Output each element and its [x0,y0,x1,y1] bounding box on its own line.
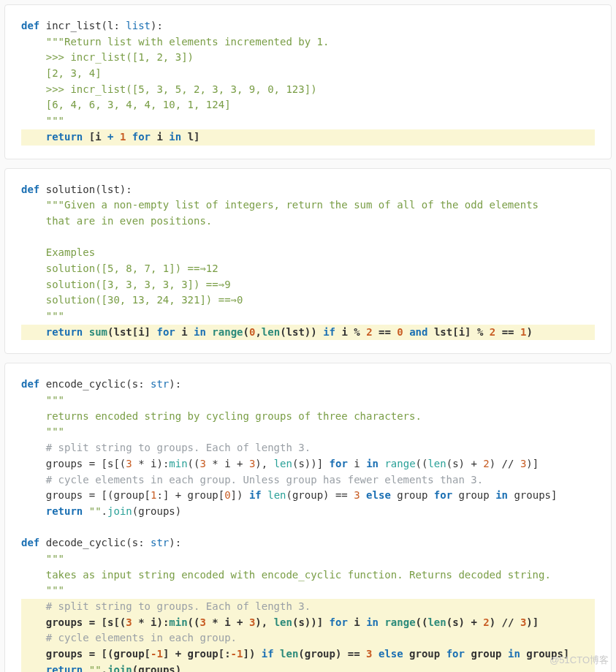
token-k: in [495,489,508,501]
token-n: ]) [243,648,261,660]
token-k: for [446,648,465,660]
token-bi: range [212,326,243,338]
token-bi: len [274,616,292,628]
token-n [126,131,132,143]
token-n [21,83,46,95]
token-bi: join [107,664,132,672]
token-num: 3 [199,616,205,628]
code-line [21,520,595,536]
token-n: ): [151,20,163,31]
token-n: . [102,505,107,517]
code-line: takes as input string encoded with encod… [21,567,595,584]
token-s: Examples [46,246,95,258]
token-num: 3 [366,648,372,660]
token-n [21,199,46,211]
token-n: * i): [132,616,170,628]
token-bi: len [262,326,280,338]
code-card-incr_list: def incr_list(l: list): """Return list w… [4,4,612,159]
token-bi: min [169,458,187,469]
token-n [21,294,46,306]
token-k: in [508,648,520,660]
token-s: """ [46,553,64,565]
code-line: def solution(lst): [21,182,595,198]
token-s: """Given a non-empty list of integers, r… [46,199,539,211]
token-n: (lst): [95,184,132,195]
code-line: def decode_cyclic(s: str): [21,535,595,551]
token-num: 2 [490,326,495,338]
token-k: return [46,505,83,517]
token-n [403,326,409,338]
token-bi: range [384,616,415,628]
token-n: i [175,326,194,338]
code-line: [6, 4, 6, 3, 4, 4, 10, 1, 124] [21,97,595,113]
token-bi: sum [89,326,107,338]
token-n [21,600,46,612]
token-n: (( [188,458,200,469]
token-s: """ [46,426,64,437]
token-n: (s: [126,378,151,390]
token-fn: incr_list [46,20,102,31]
token-kb: str [151,378,169,390]
token-n: * i + [206,616,249,628]
token-k: in [366,616,379,628]
token-n: (s) + [446,458,484,469]
code-line: groups = [s[(3 * i):min((3 * i + 3), len… [21,456,595,472]
token-k: in [194,326,206,338]
token-n: group [452,489,495,501]
token-bi: len [280,648,298,660]
token-n: ), [255,616,273,628]
token-s: solution([30, 13, 24, 321]) ==⇒0 [46,294,243,306]
token-n [274,648,280,660]
code-line: return sum(lst[i] for i in range(0,len(l… [21,325,595,341]
token-n: ), [255,458,273,469]
token-n [21,553,46,565]
token-n [21,310,46,322]
token-s: """ [46,115,64,127]
token-bi: len [267,489,286,501]
token-n [373,648,379,660]
token-n: (l: [102,20,126,31]
token-n: * i): [132,458,170,469]
token-n [360,489,366,501]
token-k: in [169,131,181,143]
token-cm: # cycle elements in each group. [46,632,237,643]
token-n: groups = [s[( [21,616,126,628]
token-n: (s))] [292,616,330,628]
token-k: for [132,131,151,143]
code-line: # split string to groups. Each of length… [21,599,595,615]
token-s: """ [46,584,64,596]
token-n: group [391,489,434,501]
token-k: for [330,458,348,469]
token-s: [6, 4, 6, 3, 4, 4, 10, 1, 124] [46,99,231,110]
token-n: (s: [126,537,151,548]
token-num: 3 [126,458,132,469]
token-n [21,426,46,437]
token-n: * i + [206,458,249,469]
token-bi: join [107,505,132,517]
code-line: [2, 3, 4] [21,66,595,82]
token-n [21,326,46,338]
token-n: ) // [490,458,520,469]
token-n [21,632,46,643]
token-n [21,505,46,517]
token-n: lst[i] % [427,326,489,338]
code-line: Examples [21,245,595,261]
token-k: def [21,537,46,548]
token-n: groups = [(group[ [21,648,151,660]
token-n: (groups) [132,664,181,672]
token-k: for [156,326,175,338]
token-num: 2 [366,326,372,338]
token-num: 2 [483,458,489,469]
token-s: """ [46,310,64,322]
token-n: , [255,326,261,338]
token-n: group [465,648,508,660]
token-n: (( [188,616,200,628]
token-n [21,67,46,79]
code-line: # split string to groups. Each of length… [21,440,595,456]
code-line: def encode_cyclic(s: str): [21,377,595,393]
code-line: return [i + 1 for i in l] [21,129,595,146]
token-num: 0 [397,326,403,338]
token-s: >>> incr_list([5, 3, 5, 2, 3, 3, 9, 0, 1… [46,83,317,95]
code-line: """ [21,393,595,409]
token-kb: str [151,537,169,548]
